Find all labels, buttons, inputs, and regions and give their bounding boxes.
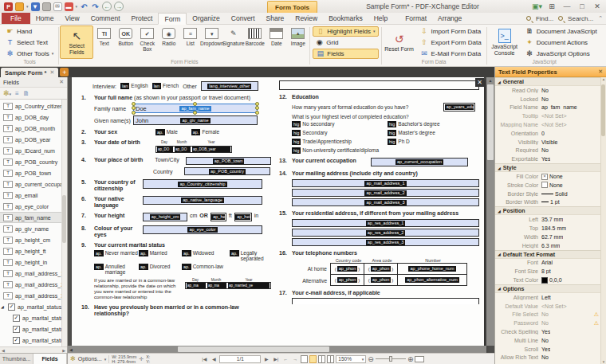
signature-tool-button[interactable]: ✎Signature xyxy=(222,25,244,59)
property-row-password[interactable]: PasswordNo⚠ xyxy=(495,319,600,327)
mailing-address-field[interactable]: ap_mail_address_2 xyxy=(292,189,479,197)
options-button[interactable]: Options... xyxy=(78,356,102,362)
date-tool-button[interactable]: Date xyxy=(266,25,287,59)
grid-toggle[interactable]: ◉Grid xyxy=(313,37,378,48)
find-button[interactable]: Find... xyxy=(536,15,553,22)
menu-organize[interactable]: Organize xyxy=(187,13,226,24)
residential-address-field[interactable]: ap_res_address_1 xyxy=(292,219,479,227)
collapse-ribbon-icon[interactable]: ⌃ xyxy=(598,15,603,22)
property-row-font-size[interactable]: Font Size8 pt xyxy=(495,267,600,276)
field-list-item[interactable]: Tap_mail_address_1 xyxy=(0,268,67,279)
fields-panel-close-icon[interactable]: ✕ xyxy=(59,79,64,85)
phone-number-field[interactable]: ap_phon_alternative_num xyxy=(398,275,466,285)
stamp-caret-icon[interactable]: ▾ xyxy=(76,4,78,9)
marital-option-checkbox[interactable]: ap.Widowed xyxy=(182,250,230,261)
field-options-gear-icon[interactable]: ✻▾ xyxy=(3,89,11,97)
check-box-tool-button[interactable]: ✔Check Box xyxy=(136,25,158,59)
menu-format[interactable]: Format xyxy=(399,13,432,24)
other-tools-button[interactable]: ✻Other Tools▾ xyxy=(3,49,56,59)
property-row-fill-color[interactable]: Fill Color×None xyxy=(495,172,600,181)
search-button[interactable]: Search... xyxy=(568,15,593,22)
phone-country-code-field[interactable]: (ap_phon) xyxy=(331,264,364,274)
field-list-item[interactable]: Tap_POB_country xyxy=(0,156,67,167)
education-option-checkbox[interactable]: higMaster's degree xyxy=(388,130,440,136)
property-row-file-select[interactable]: File SelectNo⚠ xyxy=(495,311,600,319)
property-row-default-value[interactable]: Default Value<Not Set> xyxy=(495,302,600,311)
sex-female-checkbox[interactable]: ap.Female xyxy=(191,129,219,135)
back-icon[interactable]: ← xyxy=(102,2,112,11)
property-row-tooltip[interactable]: Tooltip<Not Set> xyxy=(495,112,600,120)
phone-number-field[interactable]: ap_phone_home_num xyxy=(398,264,466,274)
single-page-layout-icon[interactable] xyxy=(301,355,308,363)
document-horizontal-scrollbar[interactable]: ◀ xyxy=(68,346,486,353)
property-row-border-width[interactable]: Border Width1 pt xyxy=(495,198,600,207)
zoom-select[interactable]: 150%▾ xyxy=(336,355,366,363)
document-close-button[interactable]: ✕ xyxy=(475,78,484,87)
field-list-item[interactable]: Tap_current_occupa xyxy=(0,178,67,190)
property-row-read-only[interactable]: Read OnlyNo xyxy=(495,86,600,95)
first-page-icon[interactable]: |◀ xyxy=(200,356,208,362)
javascript-options-button[interactable]: ✻JavaScript Options xyxy=(523,49,600,59)
menu-view[interactable]: View xyxy=(59,13,85,24)
document-tab[interactable]: Sample Form *✕ xyxy=(1,68,58,77)
marital-option-checkbox[interactable]: ap.Annulled marriage xyxy=(94,264,139,275)
email-field[interactable] xyxy=(292,298,479,304)
field-list-item[interactable]: ✓ap_marital_status xyxy=(0,312,67,323)
field-list-item[interactable]: Tap_POB_town xyxy=(0,167,67,178)
property-row-text-color[interactable]: Text Color0,0,0 xyxy=(495,276,600,284)
education-years-field[interactable]: ap_years_educ xyxy=(443,103,475,112)
education-option-checkbox[interactable]: higSecondary xyxy=(292,130,384,136)
forward-icon[interactable]: → xyxy=(114,2,124,11)
field-list-item[interactable]: Tap_giv_name xyxy=(0,223,67,234)
open-caret-icon[interactable]: ▾ xyxy=(26,4,29,9)
education-option-checkbox[interactable]: higTrade/Apprenticeship xyxy=(292,139,384,145)
property-row-visibility[interactable]: VisibilityVisible xyxy=(495,138,600,147)
mailing-address-field[interactable]: ap_mail_address_1 xyxy=(292,179,479,187)
field-list-item[interactable]: Tap_DOB_day xyxy=(0,112,67,123)
property-row-stroke-color[interactable]: Stroke ColorNone xyxy=(495,181,600,190)
field-list-item[interactable]: Tap_DOB_month xyxy=(0,123,67,134)
residential-address-field[interactable]: ap_res_address_3 xyxy=(292,238,479,246)
native-language-field[interactable]: ap_native_language xyxy=(143,196,262,205)
next-page-icon[interactable]: ▶ xyxy=(262,356,270,362)
menu-protect[interactable]: Protect xyxy=(126,13,159,24)
height-ft-field[interactable]: ap_he xyxy=(211,213,226,221)
zoom-out-icon[interactable]: ⊖ xyxy=(368,355,374,363)
marital-option-checkbox[interactable]: ap.Common-law xyxy=(182,264,230,275)
education-option-checkbox[interactable]: higPh D xyxy=(388,139,440,145)
menu-home[interactable]: Home xyxy=(30,13,60,24)
field-list-item[interactable]: Tap_IDcard_num xyxy=(0,145,67,156)
field-list-item[interactable]: Tap_email xyxy=(0,190,67,201)
property-row-width[interactable]: Width62.7 mm xyxy=(495,233,600,241)
new-tab-button[interactable]: + xyxy=(60,68,69,76)
residential-address-field[interactable]: ap_res_address_2 xyxy=(292,229,479,237)
interview-other-field[interactable]: lang_interview_other xyxy=(201,81,258,91)
field-list-item[interactable]: Tap_height_cm xyxy=(0,234,67,245)
select-text-button[interactable]: TSelect Text xyxy=(3,37,56,48)
phone-area-code-field[interactable]: (ap_phon) xyxy=(364,264,398,274)
property-row-scroll[interactable]: ScrollYes xyxy=(495,345,600,354)
field-list-item[interactable]: Tap_eye_color xyxy=(0,201,67,212)
marital-option-checkbox[interactable]: ap.Legally separated xyxy=(230,250,281,261)
form-tools-context-tab[interactable]: Form Tools xyxy=(267,1,317,13)
citizenship-field[interactable]: ap_Country_citizenship xyxy=(143,179,262,189)
property-row-field-name[interactable]: Field Nameap_fam_name xyxy=(495,104,600,112)
page-indicator[interactable]: 1/1 xyxy=(219,355,261,363)
save-icon[interactable]: ▼ xyxy=(31,2,40,11)
field-list-item[interactable]: Tap_mail_address_2 xyxy=(0,279,67,290)
properties-section-default-text-format[interactable]: ◢Default Text Format xyxy=(495,250,600,259)
marriage-date-field[interactable]: DayMonthYear ap_maap_maap_married_ye xyxy=(185,278,271,300)
export-fields-icon[interactable]: 🗎 xyxy=(23,90,30,97)
expand-icon[interactable]: ◢ xyxy=(1,304,6,309)
menu-review[interactable]: Review xyxy=(289,13,323,24)
property-row-left[interactable]: Left35.7 mm xyxy=(495,215,600,224)
field-list-item[interactable]: Tap_Country_citizen xyxy=(0,100,67,112)
field-list-item[interactable]: Tap_fam_name xyxy=(0,212,67,223)
properties-section-general[interactable]: ◢General xyxy=(495,77,600,86)
history-back-icon[interactable]: ← xyxy=(281,357,289,362)
email-form-data-button[interactable]: ✉E-Mail Form Data xyxy=(418,49,484,59)
occupation-field[interactable]: ap_current_occupation xyxy=(371,158,468,166)
radio-tool-button[interactable]: ◉Radio xyxy=(158,25,179,59)
text-tool-button[interactable]: TIText xyxy=(93,25,115,59)
grid-layout-icon[interactable] xyxy=(327,355,334,363)
